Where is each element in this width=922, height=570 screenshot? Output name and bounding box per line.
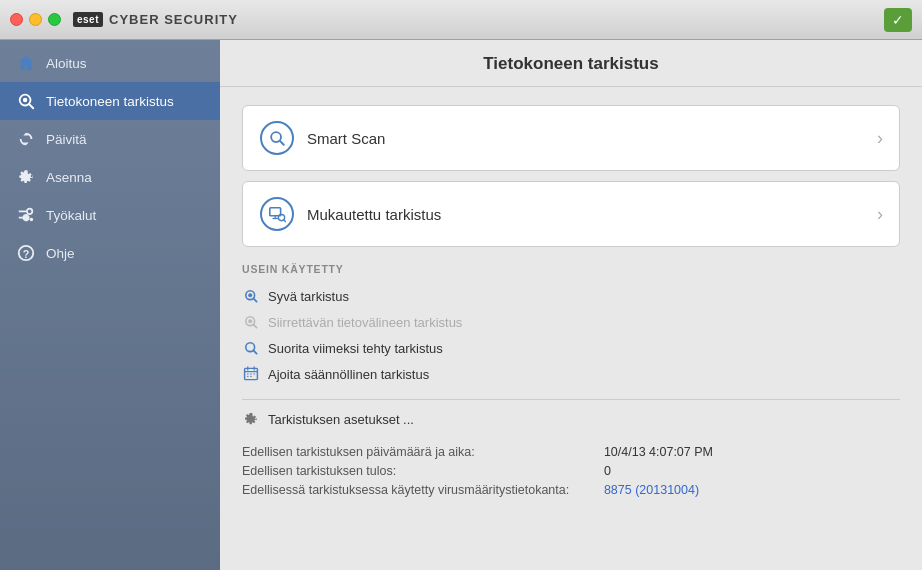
sidebar-item-tyokalut[interactable]: Työkalut: [0, 196, 220, 234]
sidebar-item-aloitus[interactable]: Aloitus: [0, 44, 220, 82]
info-label-1: Edellisen tarkistuksen tulos:: [242, 461, 604, 480]
sidebar-label-tarkistus: Tietokoneen tarkistus: [46, 94, 174, 109]
quick-item-viimeksi[interactable]: Suorita viimeksi tehty tarkistus: [242, 335, 900, 361]
quick-item-ajoita[interactable]: Ajoita säännöllinen tarkistus: [242, 361, 900, 387]
svg-line-1: [29, 104, 33, 108]
quick-label-siirrettavan: Siirrettävän tietovälineen tarkistus: [268, 315, 462, 330]
maximize-button[interactable]: [48, 13, 61, 26]
close-button[interactable]: [10, 13, 23, 26]
app-body: Aloitus Tietokoneen tarkistus: [0, 40, 922, 570]
custom-scan-arrow: ›: [877, 204, 883, 225]
smart-scan-label: Smart Scan: [307, 130, 877, 147]
table-row: Edellisen tarkistuksen päivämäärä ja aik…: [242, 442, 900, 461]
help-icon: ?: [16, 243, 36, 263]
minimize-button[interactable]: [29, 13, 42, 26]
svg-line-6: [280, 141, 284, 145]
svg-point-14: [248, 293, 252, 297]
quick-label-ajoita: Ajoita säännöllinen tarkistus: [268, 367, 429, 382]
quick-item-siirrettavan: Siirrettävän tietovälineen tarkistus: [242, 309, 900, 335]
content-body: Smart Scan › Mukautet: [220, 87, 922, 570]
svg-line-16: [253, 324, 256, 327]
divider: [242, 399, 900, 400]
settings-gear-icon: [242, 410, 260, 428]
info-link-db[interactable]: 8875 (20131004): [604, 483, 699, 497]
svg-rect-7: [270, 208, 281, 216]
smart-scan-icon: [259, 120, 295, 156]
sidebar: Aloitus Tietokoneen tarkistus: [0, 40, 220, 570]
svg-text:?: ?: [23, 248, 30, 260]
sidebar-item-asenna[interactable]: Asenna: [0, 158, 220, 196]
smart-scan-arrow: ›: [877, 128, 883, 149]
sidebar-label-aloitus: Aloitus: [46, 56, 87, 71]
smart-scan-card[interactable]: Smart Scan ›: [242, 105, 900, 171]
status-checkmark: ✓: [884, 8, 912, 32]
app-logo: eset CYBER SECURITY: [73, 12, 238, 27]
table-row: Edellisen tarkistuksen tulos: 0: [242, 461, 900, 480]
custom-scan-label: Mukautettu tarkistus: [307, 206, 877, 223]
schedule-scan-icon: [242, 365, 260, 383]
sidebar-label-asenna: Asenna: [46, 170, 92, 185]
content-area: Tietokoneen tarkistus Smart Scan ›: [220, 40, 922, 570]
sidebar-label-tyokalut: Työkalut: [46, 208, 96, 223]
app-title: CYBER SECURITY: [109, 12, 238, 27]
custom-scan-card[interactable]: Mukautettu tarkistus ›: [242, 181, 900, 247]
quick-label-syva: Syvä tarkistus: [268, 289, 349, 304]
sidebar-label-ohje: Ohje: [46, 246, 75, 261]
traffic-lights: [10, 13, 61, 26]
gear-icon: [16, 167, 36, 187]
info-table: Edellisen tarkistuksen päivämäärä ja aik…: [242, 442, 900, 499]
last-scan-icon: [242, 339, 260, 357]
svg-line-11: [284, 220, 286, 222]
sidebar-item-tietokoneen-tarkistus[interactable]: Tietokoneen tarkistus: [0, 82, 220, 120]
sidebar-item-ohje[interactable]: ? Ohje: [0, 234, 220, 272]
sidebar-label-paivita: Päivitä: [46, 132, 87, 147]
scan-circle-icon: [16, 91, 36, 111]
quick-label-viimeksi: Suorita viimeksi tehty tarkistus: [268, 341, 443, 356]
settings-link-label: Tarkistuksen asetukset ...: [268, 412, 414, 427]
svg-point-17: [248, 319, 252, 323]
table-row: Edellisessä tarkistuksessa käytetty viru…: [242, 480, 900, 499]
svg-line-19: [253, 350, 256, 353]
titlebar: eset CYBER SECURITY ✓: [0, 0, 922, 40]
removable-scan-icon: [242, 313, 260, 331]
info-label-0: Edellisen tarkistuksen päivämäärä ja aik…: [242, 442, 604, 461]
custom-scan-icon: [259, 196, 295, 232]
home-icon: [16, 53, 36, 73]
svg-point-2: [23, 98, 28, 103]
info-value-0: 10/4/13 4:07:07 PM: [604, 442, 900, 461]
info-value-1: 0: [604, 461, 900, 480]
eset-badge: eset: [73, 12, 103, 27]
settings-link[interactable]: Tarkistuksen asetukset ...: [242, 410, 900, 428]
quick-actions-list: Syvä tarkistus Siirrettävän tietovälinee…: [242, 283, 900, 387]
page-title: Tietokoneen tarkistus: [240, 54, 902, 74]
tools-icon: [16, 205, 36, 225]
content-header: Tietokoneen tarkistus: [220, 40, 922, 87]
quick-item-syva[interactable]: Syvä tarkistus: [242, 283, 900, 309]
deep-scan-icon: [242, 287, 260, 305]
update-icon: [16, 129, 36, 149]
svg-line-13: [253, 298, 256, 301]
section-label-usein: USEIN KÄYTETTY: [242, 263, 900, 275]
sidebar-item-paivita[interactable]: Päivitä: [0, 120, 220, 158]
info-label-2: Edellisessä tarkistuksessa käytetty viru…: [242, 480, 604, 499]
